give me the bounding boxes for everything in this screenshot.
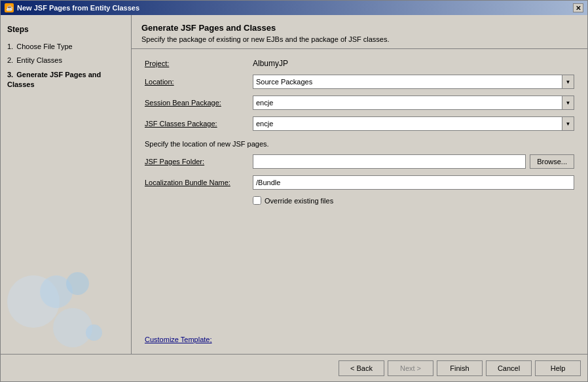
jsf-classes-control: encje ▼ — [253, 116, 574, 131]
browse-button[interactable]: Browse... — [530, 154, 574, 169]
main-window: ☕ New JSF Pages from Entity Classes ✕ St… — [0, 0, 588, 382]
finish-button[interactable]: Finish — [437, 360, 483, 376]
next-button[interactable]: Next > — [388, 360, 433, 376]
project-text: AlbumyJP — [253, 59, 288, 68]
steps-list: 1. Choose File Type 2. Entity Classes 3.… — [7, 42, 124, 90]
step-2: 2. Entity Classes — [7, 56, 124, 65]
jsf-classes-dropdown-arrow[interactable]: ▼ — [562, 116, 574, 131]
section2-desc: Specify the location of new JSF pages. — [145, 140, 574, 148]
location-dropdown-arrow[interactable]: ▼ — [562, 75, 574, 89]
step-3: 3. Generate JSF Pages and Classes — [7, 70, 124, 90]
sidebar-title: Steps — [7, 25, 124, 34]
jsf-pages-folder-label: JSF Pages Folder: — [145, 158, 253, 165]
sidebar: Steps 1. Choose File Type 2. Entity Clas… — [1, 15, 132, 354]
step-3-num: 3. — [7, 71, 13, 78]
session-bean-dropdown-arrow[interactable]: ▼ — [562, 95, 574, 110]
jsf-pages-folder-input[interactable] — [253, 154, 526, 169]
project-value: AlbumyJP — [253, 59, 574, 68]
jsf-classes-select[interactable]: encje — [253, 116, 562, 131]
jsf-pages-folder-row: JSF Pages Folder: Browse... — [145, 154, 574, 169]
session-bean-control: encje ▼ — [253, 95, 574, 110]
step-1-num: 1. — [7, 43, 13, 50]
step-1-label: Choose File Type — [16, 43, 72, 50]
deco-circle-5 — [86, 324, 102, 341]
window-icon: ☕ — [5, 3, 14, 12]
cancel-button[interactable]: Cancel — [486, 360, 532, 376]
title-bar: ☕ New JSF Pages from Entity Classes ✕ — [1, 1, 587, 15]
override-checkbox[interactable] — [253, 196, 261, 205]
main-header-desc: Specify the package of existing or new E… — [141, 35, 578, 43]
jsf-classes-row: JSF Classes Package: encje ▼ — [145, 116, 574, 131]
override-label: Override existing files — [265, 197, 333, 205]
location-label: Location: — [145, 78, 253, 86]
step-2-num: 2. — [7, 56, 13, 64]
step-1: 1. Choose File Type — [7, 42, 124, 52]
window-title: New JSF Pages from Entity Classes — [17, 4, 139, 12]
project-label: Project: — [145, 60, 253, 67]
session-bean-label: Session Bean Package: — [145, 99, 253, 107]
session-bean-row: Session Bean Package: encje ▼ — [145, 95, 574, 110]
step-3-label: Generate JSF Pages and Classes — [7, 71, 101, 88]
localization-bundle-label: Localization Bundle Name: — [145, 179, 253, 186]
sidebar-decoration — [1, 269, 132, 354]
title-bar-left: ☕ New JSF Pages from Entity Classes — [5, 3, 139, 12]
back-button[interactable]: < Back — [339, 360, 384, 376]
override-row: Override existing files — [253, 196, 574, 205]
close-button[interactable]: ✕ — [573, 3, 583, 12]
jsf-classes-label: JSF Classes Package: — [145, 120, 253, 128]
customize-template-link[interactable]: Customize Template; — [145, 336, 212, 343]
localization-bundle-control — [253, 175, 574, 190]
localization-bundle-row: Localization Bundle Name: — [145, 175, 574, 190]
customize-area: Customize Template; — [132, 328, 587, 354]
content-area: Steps 1. Choose File Type 2. Entity Clas… — [1, 15, 587, 354]
localization-bundle-input[interactable] — [253, 175, 574, 190]
project-row: Project: AlbumyJP — [145, 59, 574, 68]
help-button[interactable]: Help — [535, 360, 581, 376]
deco-circle-3 — [66, 272, 89, 295]
footer: < Back Next > Finish Cancel Help — [1, 354, 587, 381]
location-control: Source Packages ▼ — [253, 75, 574, 89]
main-panel: Generate JSF Pages and Classes Specify t… — [132, 15, 587, 354]
main-body: Project: AlbumyJP Location: Source Packa… — [132, 49, 587, 328]
main-header-title: Generate JSF Pages and Classes — [141, 23, 578, 33]
step-2-label: Entity Classes — [16, 56, 62, 64]
main-header: Generate JSF Pages and Classes Specify t… — [132, 15, 587, 49]
session-bean-select[interactable]: encje — [253, 95, 562, 110]
location-select[interactable]: Source Packages — [253, 75, 562, 89]
location-row: Location: Source Packages ▼ — [145, 75, 574, 89]
